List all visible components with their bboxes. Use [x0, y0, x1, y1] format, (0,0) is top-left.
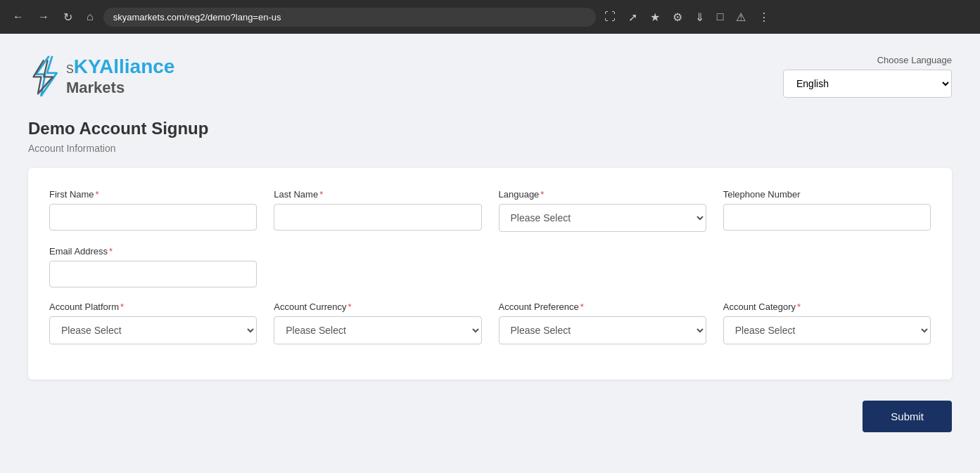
address-bar[interactable]: [103, 8, 596, 27]
account-category-label: Account Category*: [723, 302, 931, 312]
email-group: Email Address*: [49, 246, 257, 287]
account-category-required: *: [797, 302, 801, 312]
empty-spacer-2: [499, 246, 706, 287]
last-name-label: Last Name*: [274, 189, 481, 200]
forward-button[interactable]: →: [34, 8, 53, 26]
form-card: First Name* Last Name* Language* Please …: [28, 168, 952, 380]
logo: SKYAlliance Markets: [28, 55, 174, 97]
form-row-3: Account Platform* Please Select MT4 MT5 …: [49, 302, 931, 344]
first-name-input[interactable]: [49, 204, 257, 231]
account-platform-label: Account Platform*: [49, 302, 257, 312]
language-field-label: Language*: [499, 189, 706, 200]
account-currency-required: *: [348, 302, 352, 312]
screenshot-icon[interactable]: ⛶: [602, 8, 618, 27]
submit-button[interactable]: Submit: [863, 401, 952, 432]
account-preference-select[interactable]: Please Select Standard ECN VIP: [499, 316, 706, 344]
telephone-group: Telephone Number: [723, 189, 931, 232]
page-content: SKYAlliance Markets Choose Language Engl…: [0, 34, 980, 473]
first-name-label: First Name*: [49, 189, 257, 200]
reload-button[interactable]: ↻: [59, 8, 77, 27]
profile-icon[interactable]: ⚠: [733, 8, 749, 27]
telephone-label: Telephone Number: [723, 189, 931, 200]
last-name-required: *: [319, 189, 323, 200]
account-preference-label: Account Preference*: [499, 302, 706, 312]
last-name-input[interactable]: [274, 204, 481, 231]
logo-alliance: Alliance: [99, 56, 174, 77]
email-label: Email Address*: [49, 246, 257, 257]
browser-chrome: ← → ↻ ⌂ ⛶ ➚ ★ ⚙ ⇓ □ ⚠ ⋮: [0, 0, 980, 34]
account-currency-select[interactable]: Please Select USD EUR GBP: [274, 316, 481, 344]
telephone-input[interactable]: [723, 204, 931, 231]
bookmark-icon[interactable]: ★: [647, 8, 663, 27]
language-group: Language* Please Select English Arabic C…: [499, 189, 706, 232]
logo-first-line: SKYAlliance: [66, 55, 174, 79]
account-category-select[interactable]: Please Select Individual Corporate: [723, 316, 931, 344]
logo-markets: Markets: [66, 79, 174, 97]
logo-s: S: [66, 63, 74, 75]
bottom-row: Submit: [28, 401, 952, 432]
share-icon[interactable]: ➚: [625, 8, 640, 27]
download-icon[interactable]: ⇓: [692, 8, 707, 27]
empty-spacer-3: [723, 246, 931, 287]
empty-spacer-1: [274, 246, 481, 287]
email-required: *: [109, 246, 113, 257]
language-required: *: [540, 189, 544, 200]
page-title-section: Demo Account Signup Account Information: [28, 119, 952, 154]
back-button[interactable]: ←: [8, 8, 28, 26]
home-button[interactable]: ⌂: [82, 8, 98, 26]
first-name-required: *: [96, 189, 99, 200]
language-selector[interactable]: English Arabic Chinese French Spanish: [783, 70, 952, 98]
form-row-1: First Name* Last Name* Language* Please …: [49, 189, 931, 232]
last-name-group: Last Name*: [274, 189, 481, 232]
window-icon[interactable]: □: [714, 8, 727, 27]
account-category-group: Account Category* Please Select Individu…: [723, 302, 931, 344]
account-preference-required: *: [580, 302, 584, 312]
extension-icon[interactable]: ⚙: [670, 8, 685, 27]
account-platform-select[interactable]: Please Select MT4 MT5: [49, 316, 257, 344]
page-title: Demo Account Signup: [28, 119, 952, 138]
account-preference-group: Account Preference* Please Select Standa…: [499, 302, 706, 344]
menu-icon[interactable]: ⋮: [756, 8, 772, 27]
logo-bolt-icon: [28, 55, 63, 97]
browser-toolbar: ⛶ ➚ ★ ⚙ ⇓ □ ⚠ ⋮: [602, 8, 773, 27]
language-field-select[interactable]: Please Select English Arabic Chinese Fre…: [499, 204, 706, 232]
page-header: SKYAlliance Markets Choose Language Engl…: [28, 55, 952, 98]
logo-text: SKYAlliance Markets: [66, 55, 174, 97]
account-info-label: Account Information: [28, 143, 952, 154]
first-name-group: First Name*: [49, 189, 257, 232]
form-row-2: Email Address*: [49, 246, 931, 287]
account-currency-label: Account Currency*: [274, 302, 481, 312]
account-platform-group: Account Platform* Please Select MT4 MT5: [49, 302, 257, 344]
email-input[interactable]: [49, 261, 257, 287]
account-currency-group: Account Currency* Please Select USD EUR …: [274, 302, 481, 344]
account-platform-required: *: [120, 302, 124, 312]
language-label: Choose Language: [877, 55, 952, 65]
logo-ky: KY: [74, 56, 99, 77]
language-section: Choose Language English Arabic Chinese F…: [783, 55, 952, 98]
